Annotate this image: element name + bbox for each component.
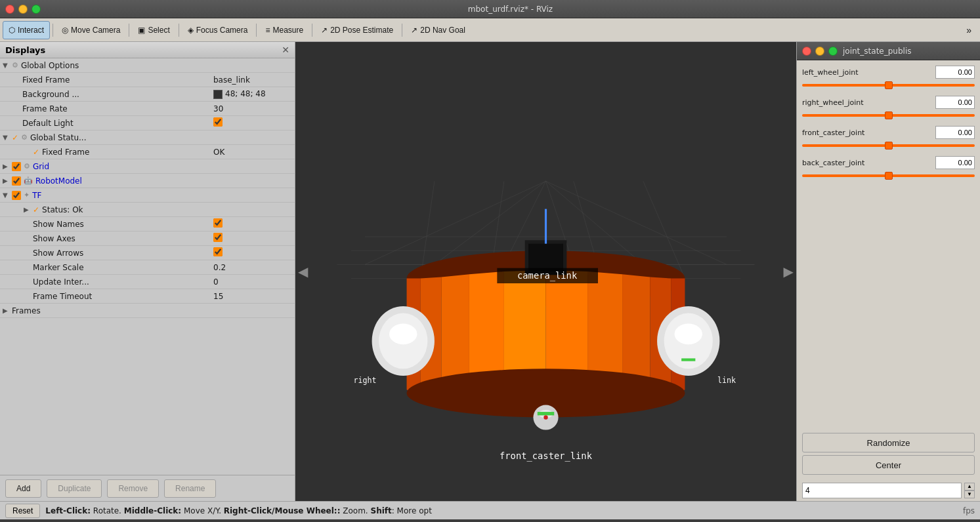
show-arrows-row[interactable]: Show Arrows	[0, 246, 295, 260]
right-wheel-slider-thumb[interactable]	[885, 111, 893, 119]
reset-button[interactable]: Reset	[5, 504, 40, 518]
robot-arrow[interactable]: ▶	[3, 177, 12, 184]
left-wheel-slider-container[interactable]	[802, 80, 975, 90]
default-light-row[interactable]: Default Light	[0, 116, 295, 130]
frame-rate-row[interactable]: Frame Rate 30	[0, 102, 295, 116]
svg-text:right: right	[353, 376, 376, 385]
separator-4	[256, 24, 257, 37]
spinbox-input[interactable]	[802, 483, 962, 498]
front-caster-joint-name: front_caster_joint	[802, 129, 864, 137]
interact-button[interactable]: ⬡ Interact	[3, 21, 50, 39]
frames-arrow[interactable]: ▶	[3, 307, 12, 314]
back-caster-joint-name: back_caster_joint	[802, 159, 864, 167]
right-wheel-joint-name: right_wheel_joint	[802, 98, 864, 107]
left-wheel-joint-input[interactable]	[935, 66, 975, 79]
joint-item-back-caster: back_caster_joint	[802, 156, 975, 181]
window-controls[interactable]	[5, 5, 41, 14]
tf-arrow[interactable]: ▼	[3, 191, 12, 199]
grid-header[interactable]: ▶ ⚙ Grid	[0, 159, 295, 174]
status-arrow[interactable]: ▶	[24, 206, 33, 213]
grid-checkbox[interactable]	[12, 162, 21, 171]
robot-model-header[interactable]: ▶ 🤖 RobotModel	[0, 174, 295, 188]
jp-minimize-button[interactable]	[815, 47, 824, 56]
separator-1	[53, 24, 53, 37]
show-arrows-checkbox[interactable]	[213, 247, 223, 256]
displays-tree[interactable]: ▼ ⚙ Global Options Fixed Frame base_link…	[0, 58, 295, 475]
robot-label: RobotModel	[35, 176, 213, 186]
focus-camera-button[interactable]: ◈ Focus Camera	[182, 21, 254, 39]
show-axes-checkbox[interactable]	[213, 233, 223, 242]
global-status-header[interactable]: ▼ ✓ ⚙ Global Statu...	[0, 130, 295, 145]
global-status-arrow[interactable]: ▼	[3, 134, 12, 141]
jp-close-button[interactable]	[802, 47, 811, 56]
spinbox-buttons[interactable]: ▲ ▼	[964, 483, 975, 498]
grid-arrow[interactable]: ▶	[3, 163, 12, 170]
robot-icon: 🤖	[24, 176, 33, 185]
duplicate-button[interactable]: Duplicate	[47, 479, 102, 498]
show-names-row[interactable]: Show Names	[0, 217, 295, 231]
nav-goal-button[interactable]: ↗ 2D Nav Goal	[405, 21, 471, 39]
svg-rect-35	[528, 244, 563, 271]
left-wheel-slider-thumb[interactable]	[885, 81, 893, 89]
grid-label: Grid	[33, 162, 213, 171]
3d-viewport[interactable]: ◀ ▶	[295, 42, 796, 501]
select-button[interactable]: ▣ Select	[132, 21, 175, 39]
status-bar: Reset Left-Click: Rotate. Middle-Click: …	[0, 501, 980, 519]
tf-label: TF	[32, 191, 213, 200]
jp-maximize-button[interactable]	[828, 47, 838, 56]
update-interval-row[interactable]: Update Inter... 0	[0, 275, 295, 289]
background-row[interactable]: Background ... 48; 48; 48	[0, 87, 295, 102]
global-options-header[interactable]: ▼ ⚙ Global Options	[0, 58, 295, 73]
joint-header-front-caster: front_caster_joint	[802, 126, 975, 139]
grid-icon: ⚙	[24, 162, 30, 171]
front-caster-joint-input[interactable]	[935, 126, 975, 139]
close-button[interactable]	[5, 5, 14, 14]
back-caster-slider-thumb[interactable]	[885, 172, 893, 180]
marker-scale-row[interactable]: Marker Scale 0.2	[0, 260, 295, 275]
spinbox-container: ▲ ▼	[797, 480, 980, 501]
toolbar: ⬡ Interact ◎ Move Camera ▣ Select ◈ Focu…	[0, 18, 980, 42]
collapse-arrow[interactable]: ▼	[3, 62, 12, 69]
nav-left-arrow[interactable]: ◀	[298, 264, 308, 279]
back-caster-slider-container[interactable]	[802, 171, 975, 181]
jp-window-controls[interactable]	[802, 47, 838, 56]
minimize-button[interactable]	[18, 5, 28, 14]
show-axes-row[interactable]: Show Axes	[0, 231, 295, 246]
default-light-checkbox[interactable]	[213, 117, 223, 127]
displays-panel: Displays ✕ ▼ ⚙ Global Options Fixed Fram…	[0, 42, 295, 501]
maximize-button[interactable]	[32, 5, 41, 14]
update-interval-value: 0	[213, 277, 292, 287]
back-caster-joint-input[interactable]	[935, 156, 975, 169]
pose-estimate-button[interactable]: ↗ 2D Pose Estimate	[315, 21, 399, 39]
joint-header-left-wheel: left_wheel_joint	[802, 66, 975, 79]
front-caster-slider-container[interactable]	[802, 140, 975, 151]
joint-item-front-caster: front_caster_joint	[802, 126, 975, 151]
measure-button[interactable]: ≡ Measure	[259, 21, 309, 39]
right-wheel-slider-container[interactable]	[802, 110, 975, 121]
show-names-checkbox[interactable]	[213, 218, 223, 228]
robot-checkbox[interactable]	[12, 176, 21, 186]
rename-button[interactable]: Rename	[164, 479, 216, 498]
remove-button[interactable]: Remove	[107, 479, 159, 498]
check-icon-2: ✓	[33, 148, 39, 157]
front-caster-slider-thumb[interactable]	[885, 142, 893, 150]
nav-right-arrow[interactable]: ▶	[784, 264, 794, 279]
panel-close-icon[interactable]: ✕	[282, 45, 289, 55]
randomize-button[interactable]: Randomize	[802, 433, 975, 452]
show-names-value	[213, 218, 292, 230]
fixed-frame-status-row[interactable]: ✓ Fixed Frame OK	[0, 145, 295, 159]
tf-checkbox[interactable]	[12, 191, 21, 200]
spinbox-up-button[interactable]: ▲	[964, 483, 975, 491]
fixed-frame-row[interactable]: Fixed Frame base_link	[0, 73, 295, 87]
status-ok-row[interactable]: ▶ ✓ Status: Ok	[0, 203, 295, 217]
expand-button[interactable]: »	[960, 21, 977, 39]
add-button[interactable]: Add	[5, 479, 41, 498]
right-wheel-joint-input[interactable]	[935, 96, 975, 109]
move-camera-button[interactable]: ◎ Move Camera	[56, 21, 126, 39]
tf-header[interactable]: ▼ ✦ TF	[0, 188, 295, 203]
frames-row[interactable]: ▶ Frames	[0, 304, 295, 318]
spinbox-down-button[interactable]: ▼	[964, 491, 975, 498]
center-button[interactable]: Center	[802, 455, 975, 475]
frame-timeout-row[interactable]: Frame Timeout 15	[0, 289, 295, 304]
status-ok-label: Status: Ok	[42, 205, 292, 214]
